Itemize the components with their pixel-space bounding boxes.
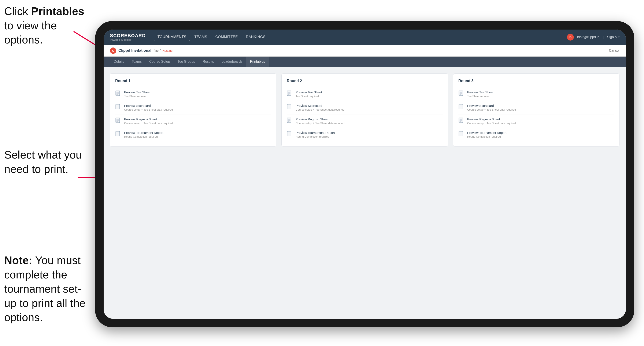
nav-teams[interactable]: TEAMS bbox=[191, 33, 210, 41]
round-3-tournament-report[interactable]: Preview Tournament Report Round Completi… bbox=[458, 128, 614, 141]
round-3-tee-sheet-subtitle: Tee Sheet required bbox=[467, 95, 494, 98]
round-3-scorecard-subtitle: Course setup + Tee Sheet data required bbox=[467, 108, 516, 111]
top-nav: SCOREBOARD Powered by clippd TOURNAMENTS… bbox=[104, 29, 626, 45]
logo-subtitle: Powered by clippd bbox=[110, 38, 146, 41]
document-icon-4 bbox=[115, 131, 121, 138]
tab-leaderboards[interactable]: Leaderboards bbox=[218, 57, 246, 67]
nav-tournaments[interactable]: TOURNAMENTS bbox=[154, 33, 190, 41]
round-1-scorecard-subtitle: Course setup + Tee Sheet data required bbox=[124, 108, 173, 111]
tournament-logo: C bbox=[110, 47, 116, 54]
instruction-bottom-text: Note: You must complete the tournament s… bbox=[4, 254, 86, 324]
svg-rect-4 bbox=[116, 91, 120, 96]
logo-area: SCOREBOARD Powered by clippd bbox=[110, 33, 146, 41]
svg-rect-28 bbox=[287, 118, 291, 123]
round-1-raguzzi-title: Preview Raguzzi Sheet bbox=[124, 117, 173, 121]
round-3-scorecard-title: Preview Scorecard bbox=[467, 104, 516, 107]
round-2-raguzzi-subtitle: Course setup + Tee Sheet data required bbox=[296, 122, 344, 125]
round-1-tee-sheet-text: Preview Tee Sheet Tee Sheet required bbox=[124, 90, 150, 98]
round-3-tee-sheet-text: Preview Tee Sheet Tee Sheet required bbox=[467, 90, 494, 98]
round-1-tournament-report-text: Preview Tournament Report Round Completi… bbox=[124, 131, 164, 138]
round-2-scorecard[interactable]: Preview Scorecard Course setup + Tee She… bbox=[287, 101, 442, 114]
tablet-screen: SCOREBOARD Powered by clippd TOURNAMENTS… bbox=[104, 29, 626, 319]
svg-rect-24 bbox=[287, 104, 291, 109]
svg-rect-36 bbox=[459, 91, 463, 96]
tab-results[interactable]: Results bbox=[199, 57, 218, 67]
round-1-scorecard-title: Preview Scorecard bbox=[124, 104, 173, 107]
round-2-tournament-report[interactable]: Preview Tournament Report Round Completi… bbox=[287, 128, 442, 141]
svg-rect-40 bbox=[459, 104, 463, 109]
top-nav-right: B blair@clippd.io | Sign out bbox=[567, 34, 620, 40]
logo-title: SCOREBOARD bbox=[110, 33, 146, 38]
sign-out-button[interactable]: Sign out bbox=[607, 35, 620, 39]
instruction-bottom: Note: You must complete the tournament s… bbox=[4, 253, 93, 325]
round-2-tournament-report-subtitle: Round Completion required bbox=[296, 135, 335, 138]
document-icon-12 bbox=[458, 131, 464, 138]
round-1-raguzzi-subtitle: Course setup + Tee Sheet data required bbox=[124, 122, 173, 125]
tournament-badge: (Men) bbox=[154, 49, 161, 52]
svg-rect-44 bbox=[459, 118, 463, 123]
tab-course-setup[interactable]: Course Setup bbox=[146, 57, 174, 67]
round-2-tee-sheet-subtitle: Tee Sheet required bbox=[296, 95, 322, 98]
top-nav-links: TOURNAMENTS TEAMS COMMITTEE RANKINGS bbox=[154, 33, 567, 41]
user-email: blair@clippd.io bbox=[577, 35, 600, 39]
round-2-column: Round 2 Preview Tee Sheet Tee Sheet requ… bbox=[282, 73, 448, 147]
round-3-tee-sheet[interactable]: Preview Tee Sheet Tee Sheet required bbox=[458, 87, 614, 101]
svg-rect-32 bbox=[287, 131, 291, 136]
printables-bold: Printables bbox=[31, 5, 84, 17]
round-2-scorecard-title: Preview Scorecard bbox=[296, 104, 344, 107]
round-3-scorecard[interactable]: Preview Scorecard Course setup + Tee She… bbox=[458, 101, 614, 114]
sub-nav: Details Teams Course Setup Tee Groups Re… bbox=[104, 57, 626, 67]
round-3-title: Round 3 bbox=[458, 79, 614, 83]
round-3-raguzzi[interactable]: Preview Raguzzi Sheet Course setup + Tee… bbox=[458, 114, 614, 128]
rounds-grid: Round 1 Preview Tee Sheet bbox=[110, 73, 620, 147]
round-1-raguzzi-text: Preview Raguzzi Sheet Course setup + Tee… bbox=[124, 117, 173, 125]
round-1-tournament-report-title: Preview Tournament Report bbox=[124, 131, 164, 135]
round-1-tournament-report[interactable]: Preview Tournament Report Round Completi… bbox=[115, 128, 271, 141]
round-3-raguzzi-title: Preview Raguzzi Sheet bbox=[467, 117, 516, 121]
round-3-scorecard-text: Preview Scorecard Course setup + Tee She… bbox=[467, 104, 516, 111]
document-icon-10 bbox=[458, 104, 464, 111]
svg-rect-12 bbox=[116, 118, 120, 123]
tab-teams[interactable]: Teams bbox=[128, 57, 146, 67]
document-icon-3 bbox=[115, 117, 121, 125]
nav-rankings[interactable]: RANKINGS bbox=[242, 33, 269, 41]
tab-tee-groups[interactable]: Tee Groups bbox=[174, 57, 199, 67]
document-icon bbox=[115, 90, 121, 98]
tournament-bar: C Clippd Invitational (Men) Hosting Canc… bbox=[104, 45, 626, 57]
svg-rect-8 bbox=[116, 104, 120, 109]
round-2-tournament-report-title: Preview Tournament Report bbox=[296, 131, 335, 135]
tab-printables[interactable]: Printables bbox=[246, 57, 269, 67]
tournament-name: Clippd Invitational bbox=[118, 48, 152, 53]
user-avatar: B bbox=[567, 34, 574, 40]
round-3-column: Round 3 Preview Tee Sheet Tee Sheet requ… bbox=[453, 73, 620, 147]
round-1-raguzzi[interactable]: Preview Raguzzi Sheet Course setup + Tee… bbox=[115, 114, 271, 128]
round-2-tournament-report-text: Preview Tournament Report Round Completi… bbox=[296, 131, 335, 138]
round-2-tee-sheet-text: Preview Tee Sheet Tee Sheet required bbox=[296, 90, 322, 98]
note-bold: Note: bbox=[4, 254, 32, 266]
round-3-tournament-report-title: Preview Tournament Report bbox=[467, 131, 506, 135]
round-3-raguzzi-text: Preview Raguzzi Sheet Course setup + Tee… bbox=[467, 117, 516, 125]
document-icon-6 bbox=[287, 104, 292, 111]
tab-details[interactable]: Details bbox=[110, 57, 128, 67]
svg-rect-48 bbox=[459, 131, 463, 136]
round-2-scorecard-text: Preview Scorecard Course setup + Tee She… bbox=[296, 104, 344, 111]
round-1-column: Round 1 Preview Tee Sheet bbox=[110, 73, 276, 147]
round-1-title: Round 1 bbox=[115, 79, 271, 83]
round-1-scorecard-text: Preview Scorecard Course setup + Tee She… bbox=[124, 104, 173, 111]
round-1-scorecard[interactable]: Preview Scorecard Course setup + Tee She… bbox=[115, 101, 271, 114]
round-1-tee-sheet[interactable]: Preview Tee Sheet Tee Sheet required bbox=[115, 87, 271, 101]
document-icon-8 bbox=[287, 131, 292, 138]
cancel-button[interactable]: Cancel bbox=[609, 49, 620, 53]
round-3-raguzzi-subtitle: Course setup + Tee Sheet data required bbox=[467, 122, 516, 125]
round-2-raguzzi-title: Preview Raguzzi Sheet bbox=[296, 117, 344, 121]
round-2-raguzzi[interactable]: Preview Raguzzi Sheet Course setup + Tee… bbox=[287, 114, 442, 128]
round-1-tournament-report-subtitle: Round Completion required bbox=[124, 135, 164, 138]
nav-committee[interactable]: COMMITTEE bbox=[212, 33, 241, 41]
document-icon-7 bbox=[287, 117, 292, 125]
sign-out-link[interactable]: | bbox=[603, 35, 604, 39]
round-2-tee-sheet-title: Preview Tee Sheet bbox=[296, 90, 322, 94]
round-2-title: Round 2 bbox=[287, 79, 442, 83]
round-2-tee-sheet[interactable]: Preview Tee Sheet Tee Sheet required bbox=[287, 87, 442, 101]
tablet-frame: SCOREBOARD Powered by clippd TOURNAMENTS… bbox=[95, 21, 634, 327]
document-icon-5 bbox=[287, 90, 292, 98]
